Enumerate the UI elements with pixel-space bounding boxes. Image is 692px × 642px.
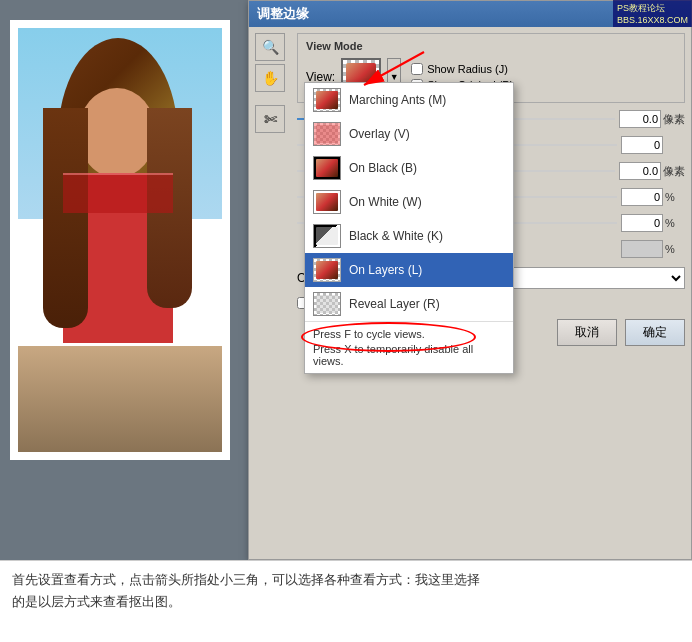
contrast-input[interactable] [621, 188, 663, 206]
menu-notes: Press F to cycle views. Press X to tempo… [305, 321, 513, 373]
main-layout: 调整边缘 🔍 ✋ ✄ View Mode View: [0, 0, 692, 560]
cancel-button[interactable]: 取消 [557, 319, 617, 346]
tool-panel: 🔍 ✋ ✄ [255, 33, 285, 133]
menu-item-on-white[interactable]: On White (W) [305, 185, 513, 219]
scissors-tool[interactable]: ✄ [255, 105, 285, 133]
menu-thumb-on-layers [313, 258, 341, 282]
decon-input[interactable] [621, 240, 663, 258]
menu-label-on-black: On Black (B) [349, 161, 417, 175]
person-hair-left [43, 108, 88, 328]
svg-line-0 [364, 52, 424, 85]
red-arrow-annotation [334, 47, 434, 97]
menu-item-on-black[interactable]: On Black (B) [305, 151, 513, 185]
lace-detail [63, 173, 173, 213]
photo-frame [10, 20, 230, 460]
confirm-button[interactable]: 确定 [625, 319, 685, 346]
view-dropdown-menu: Marching Ants (M) Overlay (V) On Black (… [304, 82, 514, 374]
dialog-title-text: 调整边缘 [257, 5, 309, 23]
menu-item-black-white[interactable]: Black & White (K) [305, 219, 513, 253]
watermark-line1: PS教程论坛 [617, 2, 688, 15]
person-face [78, 88, 156, 178]
menu-label-reveal: Reveal Layer (R) [349, 297, 440, 311]
show-radius-label: Show Radius (J) [427, 63, 508, 75]
menu-note1: Press F to cycle views. [313, 328, 505, 340]
photo-ground [18, 346, 222, 452]
shift-unit: % [665, 217, 685, 229]
menu-label-on-layers: On Layers (L) [349, 263, 422, 277]
menu-thumb-black-white [313, 224, 341, 248]
adjust-edge-dialog: 调整边缘 🔍 ✋ ✄ View Mode View: [248, 0, 692, 560]
decon-unit: % [665, 243, 685, 255]
menu-label-black-white: Black & White (K) [349, 229, 443, 243]
contrast-unit: % [665, 191, 685, 203]
feather-input[interactable] [619, 162, 661, 180]
menu-item-reveal-layer[interactable]: Reveal Layer (R) [305, 287, 513, 321]
radius-input[interactable] [619, 110, 661, 128]
menu-thumb-on-white [313, 190, 341, 214]
feather-unit: 像素 [663, 164, 685, 179]
watermark: PS教程论坛 BBS.16XX8.COM [613, 0, 692, 27]
zoom-tool[interactable]: 🔍 [255, 33, 285, 61]
bottom-text-line1: 首先设置查看方式，点击箭头所指处小三角，可以选择各种查看方式：我这里选择 [12, 569, 680, 591]
menu-note2: Press X to temporarily disable all views… [313, 343, 505, 367]
shift-input[interactable] [621, 214, 663, 232]
hand-tool[interactable]: ✋ [255, 64, 285, 92]
radius-unit: 像素 [663, 112, 685, 127]
menu-item-overlay[interactable]: Overlay (V) [305, 117, 513, 151]
dialog-body: 🔍 ✋ ✄ View Mode View: [249, 27, 691, 559]
menu-thumb-reveal [313, 292, 341, 316]
menu-thumb-on-black [313, 156, 341, 180]
watermark-line2: BBS.16XX8.COM [617, 15, 688, 25]
smooth-input[interactable] [621, 136, 663, 154]
menu-label-on-white: On White (W) [349, 195, 422, 209]
menu-item-on-layers[interactable]: On Layers (L) [305, 253, 513, 287]
menu-label-overlay: Overlay (V) [349, 127, 410, 141]
bottom-caption: 首先设置查看方式，点击箭头所指处小三角，可以选择各种查看方式：我这里选择 的是以… [0, 560, 692, 642]
bottom-text-line2: 的是以层方式来查看抠出图。 [12, 591, 680, 613]
menu-thumb-overlay [313, 122, 341, 146]
